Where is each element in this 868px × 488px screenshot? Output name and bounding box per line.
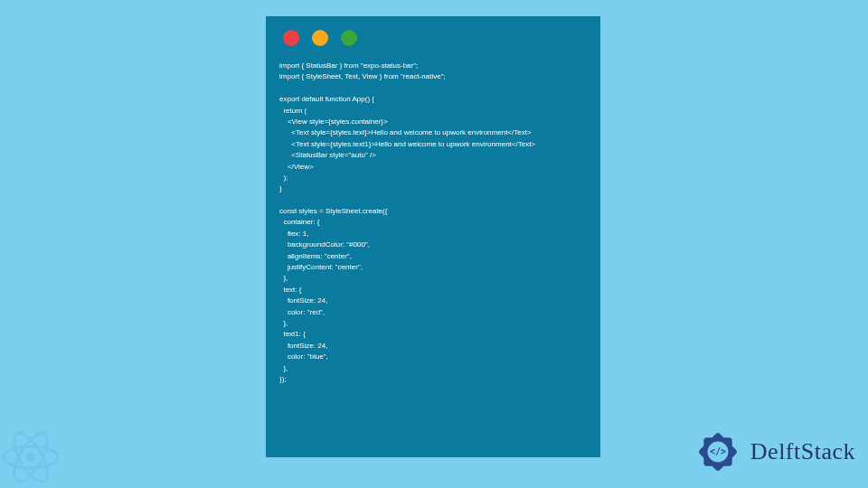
brand-logo-block: </> DelftStack (693, 427, 855, 477)
minimize-icon (312, 30, 328, 46)
code-window: import { StatusBar } from "expo-status-b… (266, 16, 600, 457)
maximize-icon (341, 30, 357, 46)
close-icon (283, 30, 299, 46)
watermark-icon (0, 421, 67, 488)
svg-point-3 (26, 453, 35, 462)
brand-name: DelftStack (750, 438, 855, 465)
brand-badge-icon: </> (693, 427, 743, 477)
code-snippet: import { StatusBar } from "expo-status-b… (267, 55, 599, 396)
window-traffic-lights (267, 17, 599, 55)
svg-text:</>: </> (710, 446, 726, 456)
